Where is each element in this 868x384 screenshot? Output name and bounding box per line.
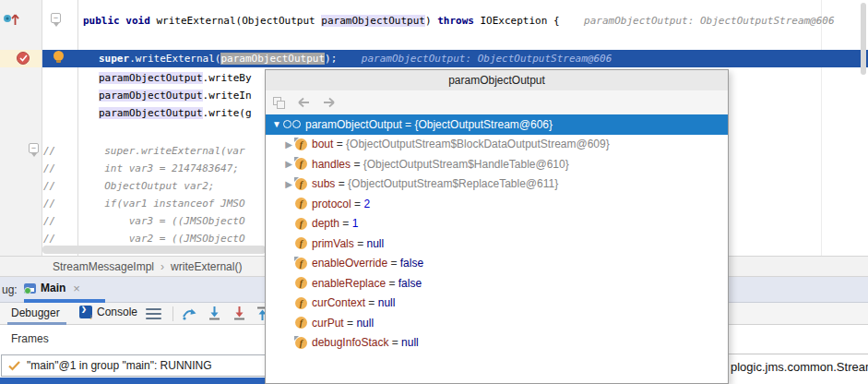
code-segment: paramObjectOutput: ObjectOutputStream@60… <box>337 53 612 65</box>
popup-toolbar <box>266 90 728 114</box>
thread-selector[interactable]: "main"@1 in group "main": RUNNING <box>1 354 266 377</box>
frame-class-text: plogic.jms.common.Stream <box>731 360 868 382</box>
chevron-right-icon[interactable]: ▶ <box>282 139 295 150</box>
equals-sign: = <box>339 217 352 230</box>
field-icon: f <box>295 337 307 349</box>
variable-row-enableReplace[interactable]: fenableReplace = false <box>266 273 728 294</box>
code-segment: // var2 = ((JMSObjectO <box>43 233 245 245</box>
back-icon[interactable] <box>296 97 311 108</box>
chevron-right-icon[interactable]: ▶ <box>282 179 295 189</box>
code-line-comment[interactable]: // var3 = ((JMSObjectO <box>43 214 245 228</box>
variable-row-primVals[interactable]: fprimVals = null <box>266 234 728 254</box>
panel-divider <box>729 354 868 354</box>
gutter-separator <box>42 0 42 256</box>
field-icon: f <box>295 158 307 170</box>
code-line[interactable]: paramObjectOutput.writeIn <box>99 89 252 102</box>
forward-icon[interactable] <box>322 97 337 108</box>
code-line[interactable]: paramObjectOutput.write(g <box>99 106 252 120</box>
code-line-method-signature[interactable]: public void writeExternal(ObjectOutput p… <box>83 14 835 28</box>
tab-console[interactable]: Console <box>79 306 137 318</box>
equals-sign: = <box>365 296 378 309</box>
equals-sign: = <box>335 177 348 190</box>
copy-value-icon[interactable] <box>273 97 285 109</box>
vertical-scrollbar[interactable] <box>861 3 866 75</box>
code-segment: paramObjectOutput: ObjectOutputStream@60… <box>565 15 834 27</box>
variable-row-protocol[interactable]: fprotocol = 2 <box>266 194 728 214</box>
code-segment: // if(var1 instanceof JMSO <box>43 198 245 210</box>
editor-gutter <box>0 0 42 256</box>
code-segment: paramObjectOutput <box>321 15 425 27</box>
variable-row-curPut[interactable]: fcurPut = null <box>266 313 728 333</box>
ide-window: − − public void writeExternal(ObjectOutp… <box>0 0 868 384</box>
equals-sign: = <box>344 317 357 330</box>
chevron-down-icon[interactable]: ▼ <box>270 119 283 129</box>
close-icon[interactable]: × <box>73 282 80 295</box>
code-line-comment[interactable]: // ObjectOutput var2; <box>43 179 214 193</box>
variable-row-depth[interactable]: fdepth = 1 <box>266 214 728 234</box>
variable-name: bout <box>312 138 333 150</box>
equals-sign: = <box>386 277 398 290</box>
field-icon: f <box>295 138 307 150</box>
equals-sign: = <box>388 336 401 349</box>
console-icon <box>79 306 92 318</box>
layout-menu-icon[interactable] <box>146 308 161 319</box>
selected-frame-row[interactable] <box>0 378 266 384</box>
code-line-comment[interactable]: // if(var1 instanceof JMSO <box>43 197 245 210</box>
method-override-icon[interactable] <box>3 10 21 27</box>
right-margin-guide <box>821 0 822 256</box>
session-tab-main[interactable]: Main × <box>24 277 80 299</box>
equals-sign: = <box>351 198 364 210</box>
variable-row-curContext[interactable]: fcurContext = null <box>266 294 728 314</box>
variable-row-handles[interactable]: ▶fhandles = {ObjectOutputStream$HandleTa… <box>266 154 728 174</box>
step-over-button[interactable] <box>182 306 197 321</box>
fold-icon[interactable]: − <box>51 13 61 23</box>
variable-row-paramObjectOutput[interactable]: ▼paramObjectOutput = {ObjectOutputStream… <box>266 114 728 135</box>
variable-value: 2 <box>363 198 370 210</box>
tab-frames[interactable]: Frames <box>11 332 49 345</box>
code-line-comment[interactable]: // var2 = ((JMSObjectO <box>43 232 245 246</box>
breakpoint-icon[interactable] <box>17 52 30 65</box>
breadcrumb-method[interactable]: writeExternal() <box>171 260 242 273</box>
step-into-button[interactable] <box>207 306 222 321</box>
variable-name: paramObjectOutput <box>305 118 402 131</box>
chevron-right-icon: › <box>161 260 164 273</box>
field-icon: f <box>295 237 307 249</box>
code-segment: public <box>83 15 125 27</box>
code-segment: .writeIn <box>203 90 252 102</box>
variable-name: protocol <box>312 198 351 210</box>
watch-icon <box>283 120 301 128</box>
code-line[interactable]: paramObjectOutput.writeBy <box>99 71 252 85</box>
variable-row-enableOverride[interactable]: fenableOverride = false <box>266 254 728 274</box>
variables-tree: ▼paramObjectOutput = {ObjectOutputStream… <box>266 114 728 353</box>
code-line-comment[interactable]: // int var3 = 2147483647; <box>43 162 239 175</box>
equals-sign: = <box>387 257 400 270</box>
equals-sign: = <box>351 158 363 171</box>
variable-row-debugInfoStack[interactable]: fdebugInfoStack = null <box>266 333 728 354</box>
variable-value: null <box>366 237 384 250</box>
variable-name: handles <box>312 158 351 171</box>
code-line-execution[interactable]: super.writeExternal(paramObjectOutput); … <box>99 52 612 66</box>
variable-value: false <box>398 277 422 290</box>
field-icon: f <box>295 277 307 289</box>
variable-row-bout[interactable]: ▶fbout = {ObjectOutputStream$BlockDataOu… <box>266 135 728 155</box>
console-tab-label: Console <box>97 306 137 318</box>
variable-row-subs[interactable]: ▶fsubs = {ObjectOutputStream$ReplaceTabl… <box>266 174 728 195</box>
thread-status-text: "main"@1 in group "main": RUNNING <box>27 359 212 372</box>
code-segment: // ObjectOutput var2; <box>43 180 214 192</box>
variable-value: null <box>356 317 374 330</box>
tab-debugger[interactable]: Debugger <box>11 306 60 319</box>
horizontal-scrollbar[interactable] <box>42 246 266 254</box>
variable-name: primVals <box>312 237 354 250</box>
variable-name: enableOverride <box>312 257 387 270</box>
force-step-into-button[interactable] <box>232 306 247 321</box>
intention-bulb-icon[interactable] <box>53 51 65 63</box>
code-segment: // super.writeExternal(var <box>43 145 245 157</box>
code-line-comment[interactable]: // super.writeExternal(var <box>43 144 245 158</box>
thread-check-icon <box>8 361 20 371</box>
chevron-right-icon[interactable]: ▶ <box>282 159 295 169</box>
variable-name: depth <box>312 217 339 230</box>
breadcrumb-class[interactable]: StreamMessageImpl <box>53 260 154 273</box>
fold-icon[interactable]: − <box>29 143 39 153</box>
field-icon: f <box>295 258 307 270</box>
code-segment: ); <box>325 53 337 65</box>
